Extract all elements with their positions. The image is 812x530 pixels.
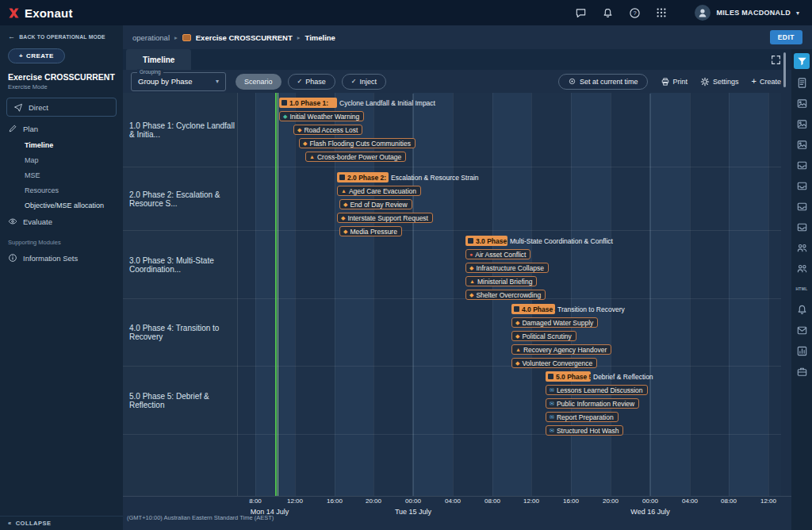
create-timeline-item-button[interactable]: + Create	[752, 77, 781, 86]
inject-pill[interactable]: ▲Aged Care Evacuation	[337, 186, 421, 196]
sidebar-item-information-sets[interactable]: Information Sets	[0, 249, 123, 267]
sidebar-item-direct[interactable]: Direct	[6, 98, 117, 117]
warning-icon: ▲	[309, 154, 315, 159]
phase-bar-label: 1.0 Phase 1:	[289, 99, 328, 107]
edit-button[interactable]: EDIT	[770, 30, 802, 44]
phase-bar[interactable]: 4.0 Phase 4:Transition to Recovery	[511, 304, 625, 314]
mail-rail-icon[interactable]	[794, 323, 810, 337]
inject-pill[interactable]: ◆Road Access Lost	[293, 125, 362, 135]
image-card-rail-icon[interactable]	[794, 137, 810, 152]
inject-pill[interactable]: ◆Media Pressure	[339, 226, 402, 236]
phase-bar[interactable]: 3.0 Phase 3:Multi-State Coordination & C…	[465, 236, 613, 246]
inject-label: Volunteer Convergence	[522, 359, 592, 367]
chat-icon[interactable]	[574, 6, 587, 19]
inject-label: Aged Care Evacuation	[349, 187, 416, 195]
inject-pill[interactable]: ◆End of Day Review	[339, 199, 412, 209]
bell-rail-icon[interactable]	[794, 302, 810, 317]
eye-icon	[8, 217, 17, 226]
phase-row-label: 3.0 Phase 3: Multi-State Coordination...	[123, 231, 238, 299]
alert-icon: ◆	[343, 229, 347, 234]
inject-pill[interactable]: ◆Shelter Overcrowding	[465, 290, 546, 300]
alert-icon: ◆	[343, 202, 347, 207]
exercise-mode-subtitle: Exercise Mode	[0, 82, 123, 96]
chip-scenario[interactable]: Scenario	[236, 74, 282, 90]
weather-status-icon: ◆	[283, 113, 287, 119]
alert-icon: ◆	[469, 292, 473, 298]
tray-rail-icon[interactable]	[794, 220, 810, 234]
chip-inject[interactable]: ✓ Inject	[342, 74, 386, 90]
users-rail-icon[interactable]	[794, 261, 810, 275]
chip-label: Scenario	[244, 78, 273, 86]
phase-bar[interactable]: 2.0 Phase 2:Escalation & Resource Strain	[337, 172, 479, 182]
settings-button[interactable]: Settings	[700, 77, 739, 86]
inject-pill[interactable]: ✉Lessons Learned Discussion	[546, 385, 648, 395]
inject-label: Structured Hot Wash	[557, 427, 619, 435]
inject-pill[interactable]: ◆Volunteer Convergence	[511, 358, 597, 368]
inject-pill[interactable]: ✉Structured Hot Wash	[546, 425, 623, 436]
scrollbar-thumb[interactable]	[783, 52, 786, 87]
back-to-operational-mode-link[interactable]: ← BACK TO OPERATIONAL MODE	[0, 25, 123, 43]
fullscreen-icon[interactable]	[771, 55, 781, 65]
inject-label: Flash Flooding Cuts Communities	[309, 140, 411, 148]
inject-pill[interactable]: ▲Recovery Agency Handover	[511, 344, 611, 355]
image-card-rail-icon[interactable]	[794, 117, 810, 131]
document-rail-icon[interactable]	[794, 75, 810, 90]
inject-pill[interactable]: ◆Flash Flooding Cuts Communities	[299, 138, 416, 148]
inject-pill[interactable]: ●Air Asset Conflict	[465, 249, 530, 259]
time-tick: 20:00	[603, 497, 619, 505]
inject-pill[interactable]: ▲Ministerial Briefing	[465, 276, 537, 286]
inject-pill[interactable]: ✉Public Information Review	[546, 398, 639, 409]
tray-rail-icon[interactable]	[794, 179, 810, 193]
inject-pill[interactable]: ◆Interstate Support Request	[337, 213, 433, 223]
timezone-note: (GMT+10:00) Australian Eastern Standard …	[127, 514, 274, 521]
sidebar-item-objective-mse-allocation[interactable]: Objective/MSE allocation	[0, 198, 123, 213]
sidebar-item-evaluate[interactable]: Evaluate	[0, 213, 123, 230]
phase-bar[interactable]: 1.0 Phase 1:Cyclone Landfall & Initial I…	[279, 98, 435, 108]
phase-bar-label: 5.0 Phase 5:	[556, 373, 591, 381]
inject-pill[interactable]: ▲Cross-border Power Outage	[305, 152, 406, 162]
sidebar-item-label: Direct	[29, 103, 48, 112]
breadcrumb-operational[interactable]: operational	[132, 33, 170, 42]
briefcase-rail-icon[interactable]	[794, 364, 810, 378]
users-rail-icon[interactable]	[794, 240, 810, 255]
tray-rail-icon[interactable]	[794, 199, 810, 213]
exonaut-logo-icon	[8, 7, 20, 19]
breadcrumb-timeline[interactable]: Timeline	[305, 33, 335, 42]
sidebar-item-mse[interactable]: MSE	[0, 167, 123, 182]
inject-label: Air Asset Conflict	[475, 251, 526, 259]
sidebar-item-map[interactable]: Map	[0, 152, 123, 167]
image-card-rail-icon[interactable]	[794, 96, 810, 110]
sidebar-item-plan[interactable]: Plan	[0, 120, 123, 137]
collapse-button[interactable]: « COLLAPSE	[0, 516, 123, 530]
sidebar-item-resources[interactable]: Resources	[0, 182, 123, 198]
chart-rail-icon[interactable]	[794, 344, 810, 358]
tray-rail-icon[interactable]	[794, 158, 810, 172]
apps-grid-icon[interactable]	[655, 6, 668, 19]
sidebar-item-timeline[interactable]: Timeline	[0, 137, 123, 152]
breadcrumb-exercise[interactable]: Exercise CROSSCURRENT	[196, 33, 293, 42]
print-button[interactable]: Print	[661, 77, 688, 86]
grouping-select[interactable]: Grouping Group by Phase ▾	[131, 72, 226, 91]
action-label: Set at current time	[580, 78, 638, 86]
current-time-line-secondary	[278, 93, 278, 496]
html-rail-icon[interactable]: HTML	[794, 282, 810, 296]
topbar: Exonaut ? MILES MACDONALD ▾	[0, 0, 812, 25]
sidebar-item-label: Evaluate	[23, 217, 52, 226]
back-label: BACK TO OPERATIONAL MODE	[19, 34, 105, 40]
set-at-current-time-button[interactable]: Set at current time	[558, 74, 648, 90]
app-logo[interactable]: Exonaut	[8, 6, 73, 20]
tab-timeline[interactable]: Timeline	[126, 49, 191, 70]
phase-bar[interactable]: 5.0 Phase 5:Debrief & Reflection	[546, 371, 653, 382]
chip-phase[interactable]: ✓ Phase	[288, 74, 335, 90]
user-menu[interactable]: MILES MACDONALD ▾	[690, 2, 804, 23]
inject-pill[interactable]: ✉Report Preparation	[546, 412, 619, 422]
inject-pill[interactable]: ◆Initial Weather Warning	[279, 111, 364, 121]
inject-pill[interactable]: ◆Damaged Water Supply	[511, 317, 598, 328]
filter-rail-icon[interactable]	[794, 53, 810, 69]
create-button[interactable]: + CREATE	[8, 48, 65, 63]
notifications-bell-icon[interactable]	[601, 6, 614, 19]
help-icon[interactable]: ?	[628, 6, 641, 19]
inject-pill[interactable]: ◆Infrastructure Collapse	[465, 263, 549, 273]
timeline-chart[interactable]: 1.0 Phase 1:Cyclone Landfall & Initial I…	[238, 93, 781, 496]
inject-pill[interactable]: ◆Political Scrutiny	[511, 331, 576, 341]
